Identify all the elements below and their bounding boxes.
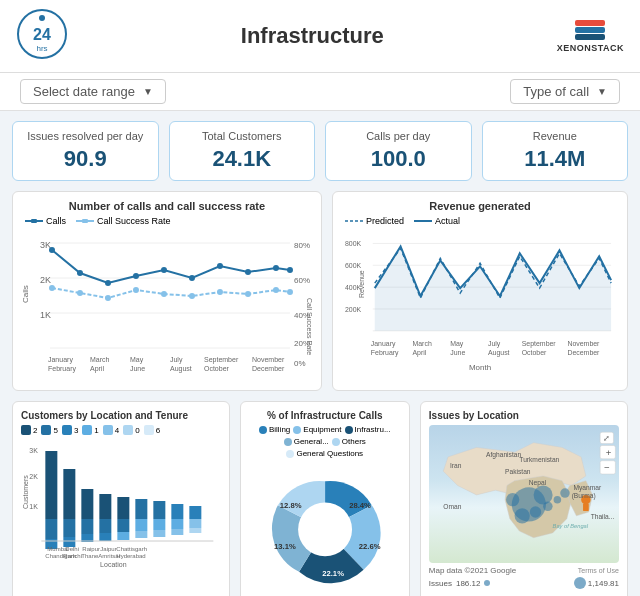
svg-text:13.1%: 13.1% [274, 542, 296, 551]
map-svg: Iran Afghanistan Turkmenistan Pakistan N… [429, 425, 619, 563]
svg-text:200K: 200K [345, 306, 362, 313]
svg-rect-97 [99, 533, 111, 541]
svg-text:28.4%: 28.4% [349, 501, 371, 510]
header-center: Infrastructure [241, 23, 384, 49]
svg-text:60%: 60% [294, 276, 310, 285]
svg-text:November: November [252, 356, 285, 363]
svg-text:Nepal: Nepal [529, 479, 547, 487]
metric-value-0: 90.9 [23, 146, 148, 172]
svg-text:July: July [488, 340, 501, 348]
svg-text:Calls: Calls [21, 285, 30, 303]
svg-text:October: October [522, 349, 547, 356]
revenue-legend: Predicted Actual [341, 216, 619, 226]
svg-point-6 [31, 219, 37, 223]
svg-text:August: August [170, 365, 192, 373]
svg-text:Thane: Thane [81, 553, 99, 559]
svg-point-26 [133, 273, 139, 279]
svg-text:July: July [170, 356, 183, 364]
metric-label-0: Issues resolved per day [23, 130, 148, 142]
svg-rect-104 [153, 501, 165, 519]
svg-text:+: + [606, 447, 612, 458]
revenue-legend-predicted: Predicted [366, 216, 404, 226]
svg-rect-108 [171, 519, 183, 529]
calls-legend: Calls Call Success Rate [21, 216, 313, 226]
svg-text:Customers: Customers [22, 475, 29, 509]
svg-text:Pakistan: Pakistan [505, 468, 531, 475]
svg-point-34 [77, 290, 83, 296]
call-type-arrow: ▼ [597, 86, 607, 97]
svg-text:December: December [252, 365, 285, 372]
svg-rect-143 [583, 504, 589, 512]
svg-text:Turkmenistan: Turkmenistan [519, 456, 559, 463]
svg-text:Location: Location [100, 561, 127, 568]
date-range-arrow: ▼ [143, 86, 153, 97]
svg-point-137 [530, 506, 541, 517]
svg-text:2K: 2K [29, 473, 38, 480]
metric-card-1: Total Customers 24.1K [169, 121, 316, 181]
svg-point-33 [49, 285, 55, 291]
svg-text:3K: 3K [40, 240, 51, 250]
svg-rect-86 [45, 451, 57, 519]
metrics-row: Issues resolved per day 90.9 Total Custo… [0, 111, 640, 191]
svg-rect-90 [63, 519, 75, 537]
svg-text:Revenue: Revenue [358, 270, 365, 298]
svg-text:600K: 600K [345, 262, 362, 269]
svg-text:Oman: Oman [443, 503, 461, 510]
svg-text:Hyderabad: Hyderabad [116, 553, 145, 559]
svg-rect-100 [117, 532, 129, 540]
svg-point-38 [189, 293, 195, 299]
metric-value-1: 24.1K [180, 146, 305, 172]
svg-point-125 [298, 502, 352, 556]
svg-text:May: May [130, 356, 144, 364]
donut-svg: 28.4% 22.6% 22.1% 13.1% 12.8% [249, 462, 401, 592]
infra-title: % of Infrastructure Calls [249, 410, 401, 421]
svg-text:April: April [90, 365, 104, 373]
svg-point-42 [287, 289, 293, 295]
svg-text:Ranchi: Ranchi [63, 553, 82, 559]
svg-text:December: December [567, 349, 600, 356]
svg-text:November: November [567, 340, 600, 347]
revenue-chart-title: Revenue generated [341, 200, 619, 212]
map-container: Iran Afghanistan Turkmenistan Pakistan N… [429, 425, 619, 563]
svg-text:80%: 80% [294, 241, 310, 250]
svg-rect-109 [171, 529, 183, 535]
svg-rect-103 [135, 531, 147, 538]
svg-point-32 [287, 267, 293, 273]
svg-text:1K: 1K [40, 310, 51, 320]
call-type-label: Type of call [523, 84, 589, 99]
svg-text:Chattisgarh: Chattisgarh [116, 546, 147, 552]
svg-point-135 [533, 485, 552, 504]
brand-name: XENONSTACK [557, 43, 624, 53]
svg-rect-102 [135, 519, 147, 531]
issues-title: Issues by Location [429, 410, 619, 421]
svg-point-41 [273, 287, 279, 293]
svg-text:800K: 800K [345, 240, 362, 247]
calls-legend-calls: Calls [46, 216, 66, 226]
logo-area: 24 hrs [16, 8, 68, 64]
calls-chart-svg: 3K 2K 1K 80% 60% 40% 20% 0% Calls Call S… [21, 228, 313, 378]
svg-text:August: August [488, 349, 510, 357]
date-range-dropdown[interactable]: Select date range ▼ [20, 79, 166, 104]
metric-label-2: Calls per day [336, 130, 461, 142]
svg-rect-105 [153, 519, 165, 530]
svg-text:0%: 0% [294, 359, 306, 368]
date-range-label: Select date range [33, 84, 135, 99]
svg-text:Jaipur: Jaipur [100, 546, 116, 552]
metric-value-3: 11.4M [493, 146, 618, 172]
svg-text:22.6%: 22.6% [358, 542, 380, 551]
svg-rect-92 [81, 489, 93, 519]
svg-text:June: June [450, 349, 465, 356]
svg-point-39 [217, 289, 223, 295]
svg-text:Call Success Rate: Call Success Rate [306, 298, 313, 355]
svg-text:Month: Month [469, 363, 491, 372]
calls-chart-title: Number of calls and call success rate [21, 200, 313, 212]
svg-rect-89 [63, 469, 75, 519]
call-type-dropdown[interactable]: Type of call ▼ [510, 79, 620, 104]
map-copyright: Map data ©2021 Google [429, 566, 516, 575]
metric-label-3: Revenue [493, 130, 618, 142]
bottom-row: Customers by Location and Tenure 2 5 3 1… [0, 401, 640, 596]
calls-legend-rate: Call Success Rate [97, 216, 171, 226]
svg-rect-93 [81, 519, 93, 534]
revenue-chart-svg: 800K 600K 400K 200K Revenue January Febr… [341, 228, 619, 378]
svg-text:Raipur: Raipur [82, 546, 100, 552]
